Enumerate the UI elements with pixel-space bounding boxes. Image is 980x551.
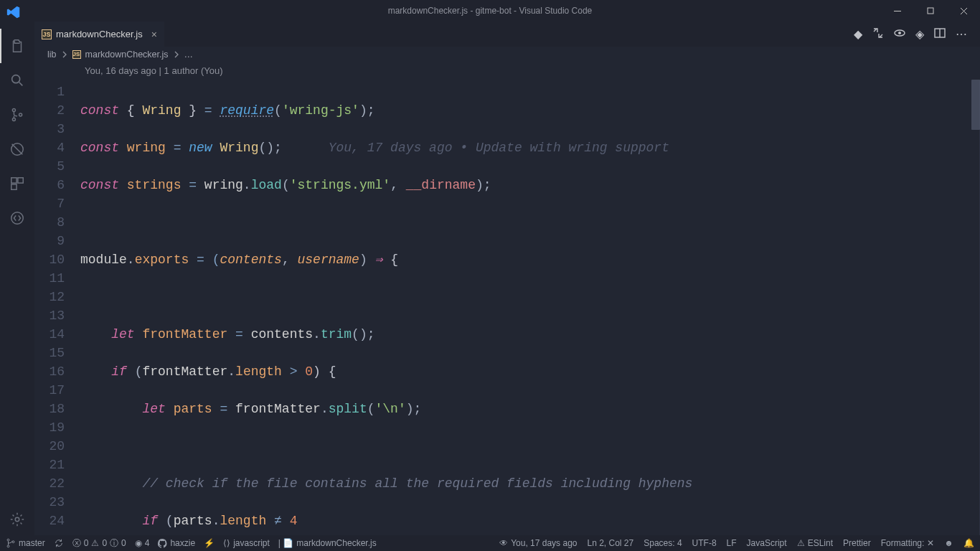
svg-point-3 [12,109,15,112]
code-editor[interactable]: 123456789101112131415161718192021222324 … [34,80,980,537]
status-file[interactable]: | 📄 markdownChecker.js [278,538,377,548]
titlebar: markdownChecker.js - gitme-bot - Visual … [0,0,980,22]
status-cursor[interactable]: Ln 2, Col 27 [587,538,633,548]
chevron-right-icon [61,51,68,58]
status-github-user[interactable]: haxzie [158,538,195,548]
maximize-button[interactable] [914,0,947,22]
compare-icon[interactable] [872,27,884,42]
status-problems[interactable]: ⓧ0 ⚠0 ⓘ0 [72,537,126,550]
editor-tabs: JS markdownChecker.js × ◆ ◈ ⋯ [34,22,980,47]
gitlens-icon[interactable]: ◆ [854,27,862,41]
status-formatting[interactable]: Formatting: ✕ [881,538,935,548]
inline-blame: You, 17 days ago • Update with wring sup… [329,141,669,155]
status-encoding[interactable]: UTF-8 [692,538,717,548]
window-title: markdownChecker.js - gitme-bot - Visual … [388,6,593,16]
breadcrumb-folder: lib [47,50,57,60]
search-icon[interactable] [0,63,34,98]
status-bell-icon[interactable]: 🔔 [963,538,974,548]
status-blame[interactable]: 👁 You, 17 days ago [499,538,577,548]
js-file-icon: JS [72,50,81,59]
more-actions-icon[interactable]: ⋯ [956,27,967,41]
svg-rect-9 [11,184,17,189]
svg-rect-7 [11,178,17,183]
extensions-icon[interactable] [0,166,34,201]
svg-point-13 [898,32,901,34]
diamond-icon[interactable]: ◈ [915,27,924,41]
explorer-icon[interactable] [0,29,34,63]
status-lang-indicator[interactable]: ⟨⟩ javascript [223,538,270,548]
close-tab-icon[interactable]: × [151,29,157,40]
svg-rect-1 [928,8,933,14]
status-sync[interactable] [54,538,64,548]
svg-point-16 [7,545,9,547]
status-branch[interactable]: master [6,538,45,548]
close-button[interactable] [947,0,980,22]
status-bolt[interactable]: ⚡ [204,538,215,548]
codelens-authors[interactable]: You, 16 days ago | 1 author (You) [34,62,980,80]
code-content[interactable]: const { Wring } = require('wring-js'); c… [80,80,980,537]
status-spaces[interactable]: Spaces: 4 [644,538,682,548]
settings-gear-icon[interactable] [0,502,34,537]
vscode-logo-icon [6,4,22,22]
source-control-icon[interactable] [0,98,34,132]
svg-point-2 [12,75,20,83]
liveshare-icon[interactable] [0,201,34,235]
svg-point-5 [19,113,22,116]
status-eslint[interactable]: ⚠ ESLint [797,538,833,548]
scrollbar-thumb[interactable] [971,80,980,130]
tab-label: markdownChecker.js [56,29,143,39]
svg-point-10 [11,212,24,225]
svg-point-4 [12,118,15,121]
status-eol[interactable]: LF [727,538,737,548]
svg-point-17 [12,541,14,543]
editor-actions: ◆ ◈ ⋯ [854,22,980,47]
status-signal[interactable]: ◉4 [135,538,150,548]
status-feedback-icon[interactable]: ☻ [944,538,953,548]
split-editor-icon[interactable] [934,27,946,42]
breadcrumb-ellipsis: … [184,50,194,60]
svg-point-15 [7,539,9,541]
breadcrumbs[interactable]: lib JS markdownChecker.js … [34,47,980,62]
chevron-right-icon [173,51,180,58]
window-controls [881,0,980,22]
js-file-icon: JS [42,29,52,39]
preview-icon[interactable] [894,27,905,42]
status-language[interactable]: JavaScript [747,538,787,548]
breadcrumb-file: markdownChecker.js [85,50,169,60]
status-prettier[interactable]: Prettier [843,538,871,548]
activity-bar [0,22,34,537]
minimize-button[interactable] [881,0,914,22]
line-numbers: 123456789101112131415161718192021222324 [34,80,80,537]
svg-rect-8 [18,178,23,183]
debug-icon[interactable] [0,132,34,166]
tab-markdown-checker[interactable]: JS markdownChecker.js × [34,22,164,47]
status-bar: master ⓧ0 ⚠0 ⓘ0 ◉4 haxzie ⚡ ⟨⟩ javascrip… [0,535,980,551]
svg-point-11 [15,517,19,522]
editor-scrollbar[interactable] [970,80,980,537]
svg-rect-0 [894,11,901,11]
